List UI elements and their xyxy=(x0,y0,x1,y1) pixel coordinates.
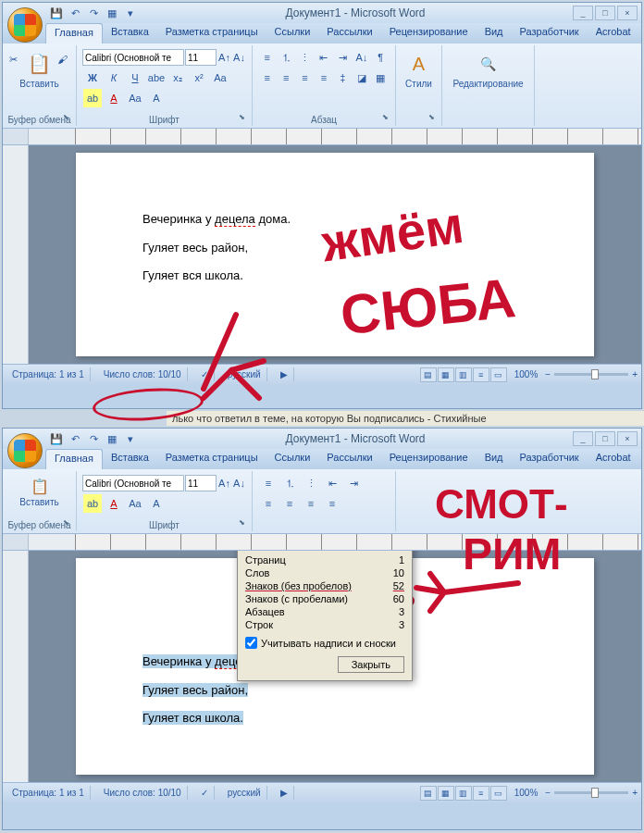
font-name-select-2[interactable] xyxy=(82,475,184,491)
print-layout-icon[interactable]: ▤ xyxy=(420,786,437,801)
qat-icon[interactable]: ▦ xyxy=(105,431,119,446)
draft-icon[interactable]: ▭ xyxy=(490,786,507,801)
italic-icon[interactable]: К xyxy=(105,68,123,87)
zoom-value-2[interactable]: 100% xyxy=(514,788,539,798)
align-right-icon[interactable]: ≡ xyxy=(297,68,313,87)
page-count[interactable]: Страница: 1 из 1 xyxy=(6,367,91,381)
numbering-icon[interactable]: ⒈ xyxy=(280,474,299,492)
close-button[interactable]: × xyxy=(617,6,638,20)
qat-more-icon[interactable]: ▾ xyxy=(123,431,138,446)
underline-icon[interactable]: Ч xyxy=(126,68,144,87)
office-button-2[interactable] xyxy=(7,433,43,468)
highlight-icon[interactable]: ab xyxy=(83,494,102,513)
paragraph-launcher[interactable]: ⬊ xyxy=(382,113,393,124)
font-launcher[interactable]: ⬊ xyxy=(239,113,250,124)
minimize-button[interactable]: _ xyxy=(573,431,593,446)
font-size-select-2[interactable] xyxy=(185,475,217,491)
spellcheck-icon-2[interactable]: ✓ xyxy=(195,786,215,800)
outline-icon[interactable]: ≡ xyxy=(473,786,489,801)
line-spacing-icon[interactable]: ‡ xyxy=(335,68,351,87)
align-right-icon[interactable]: ≡ xyxy=(302,494,320,513)
grow-font-icon[interactable]: A↑ xyxy=(218,48,230,67)
close-button[interactable]: × xyxy=(617,431,638,446)
fullscreen-icon[interactable]: ▦ xyxy=(438,786,454,801)
indent-right-icon[interactable]: ⇥ xyxy=(344,474,363,492)
tab-developer[interactable]: Разработчик xyxy=(512,23,588,44)
tab-view[interactable]: Вид xyxy=(477,449,512,469)
office-button[interactable] xyxy=(7,7,43,43)
close-button[interactable]: Закрыть xyxy=(338,656,404,673)
char-shading-icon[interactable]: A xyxy=(147,494,166,513)
language[interactable]: русский xyxy=(222,367,267,381)
styles-button[interactable]: A Стили xyxy=(402,47,436,91)
tab-acrobat[interactable]: Acrobat xyxy=(588,449,639,469)
font-name-select[interactable] xyxy=(82,49,184,66)
word-count-2[interactable]: Число слов: 10/10 xyxy=(98,786,188,800)
bullets-icon[interactable]: ≡ xyxy=(259,474,278,492)
indent-left-icon[interactable]: ⇤ xyxy=(323,474,341,492)
show-marks-icon[interactable]: ¶ xyxy=(373,48,389,67)
bold-icon[interactable]: Ж xyxy=(83,68,102,87)
redo-icon[interactable]: ↷ xyxy=(86,431,101,446)
shading-icon[interactable]: ◪ xyxy=(353,68,369,87)
zoom-out-icon[interactable]: − xyxy=(545,788,551,798)
tab-mailings[interactable]: Рассылки xyxy=(318,449,380,469)
horizontal-ruler[interactable] xyxy=(3,129,641,145)
maximize-button[interactable]: □ xyxy=(595,6,615,20)
sort-icon[interactable]: A↓ xyxy=(353,48,369,67)
print-layout-icon[interactable]: ▤ xyxy=(420,367,437,382)
indent-right-icon[interactable]: ⇥ xyxy=(335,48,351,67)
tab-layout[interactable]: Разметка страницы xyxy=(157,449,266,469)
superscript-icon[interactable]: x² xyxy=(190,68,208,87)
align-left-icon[interactable]: ≡ xyxy=(259,494,278,513)
zoom-in-icon[interactable]: + xyxy=(632,788,638,798)
qat-more-icon[interactable]: ▾ xyxy=(123,6,138,20)
shrink-font-icon[interactable]: A↓ xyxy=(233,474,245,492)
vertical-ruler[interactable] xyxy=(3,145,29,364)
tab-review[interactable]: Рецензирование xyxy=(381,449,477,469)
indent-left-icon[interactable]: ⇤ xyxy=(316,48,331,67)
save-icon[interactable]: 💾 xyxy=(49,431,64,446)
undo-icon[interactable]: ↶ xyxy=(68,431,82,446)
tab-insert[interactable]: Вставка xyxy=(103,449,157,469)
paste-button-2[interactable]: 📋 Вставить xyxy=(8,473,70,509)
highlight-icon[interactable]: ab xyxy=(83,89,102,107)
tab-home[interactable]: Главная xyxy=(45,23,103,44)
tab-mailings[interactable]: Рассылки xyxy=(318,23,380,44)
web-layout-icon[interactable]: ▥ xyxy=(455,367,472,382)
maximize-button[interactable]: □ xyxy=(595,431,615,446)
copy-icon[interactable]: 📄 xyxy=(29,51,47,69)
word-count[interactable]: Число слов: 10/10 xyxy=(98,367,188,381)
fullscreen-icon[interactable]: ▦ xyxy=(438,367,454,382)
font-launcher-2[interactable]: ⬊ xyxy=(239,518,250,529)
char-shading-icon[interactable]: A xyxy=(147,89,166,107)
redo-icon[interactable]: ↷ xyxy=(86,6,101,20)
include-textboxes-checkbox[interactable] xyxy=(245,637,257,649)
grow-font-icon[interactable]: A↑ xyxy=(218,474,230,492)
strike-icon[interactable]: abe xyxy=(147,68,166,87)
tab-layout[interactable]: Разметка страницы xyxy=(157,23,266,44)
zoom-in-icon[interactable]: + xyxy=(632,369,638,379)
format-painter-icon[interactable]: 🖌 xyxy=(53,50,71,68)
numbering-icon[interactable]: ⒈ xyxy=(278,48,293,67)
clipboard-launcher[interactable]: ⬊ xyxy=(63,113,74,124)
tab-acrobat[interactable]: Acrobat xyxy=(588,23,639,44)
save-icon[interactable]: 💾 xyxy=(49,6,64,20)
align-left-icon[interactable]: ≡ xyxy=(259,68,275,87)
styles-launcher[interactable]: ⬊ xyxy=(428,113,440,124)
macro-icon-2[interactable]: ▶ xyxy=(275,786,294,800)
tab-references[interactable]: Ссылки xyxy=(266,449,319,469)
subscript-icon[interactable]: x₂ xyxy=(168,68,187,87)
multilevel-icon[interactable]: ⋮ xyxy=(302,474,320,492)
tab-home[interactable]: Главная xyxy=(45,449,103,469)
document-page[interactable]: Вечеринка у децела дома. Гуляет весь рай… xyxy=(76,153,594,356)
vertical-ruler-2[interactable] xyxy=(3,551,29,782)
zoom-value[interactable]: 100% xyxy=(514,369,539,379)
tab-insert[interactable]: Вставка xyxy=(103,23,157,44)
outline-icon[interactable]: ≡ xyxy=(473,367,489,382)
tab-references[interactable]: Ссылки xyxy=(266,23,319,44)
align-center-icon[interactable]: ≡ xyxy=(280,494,299,513)
font-color-icon[interactable]: A xyxy=(105,89,123,107)
font-color-icon[interactable]: A xyxy=(105,494,123,513)
clear-format-icon[interactable]: Aa xyxy=(126,89,144,107)
